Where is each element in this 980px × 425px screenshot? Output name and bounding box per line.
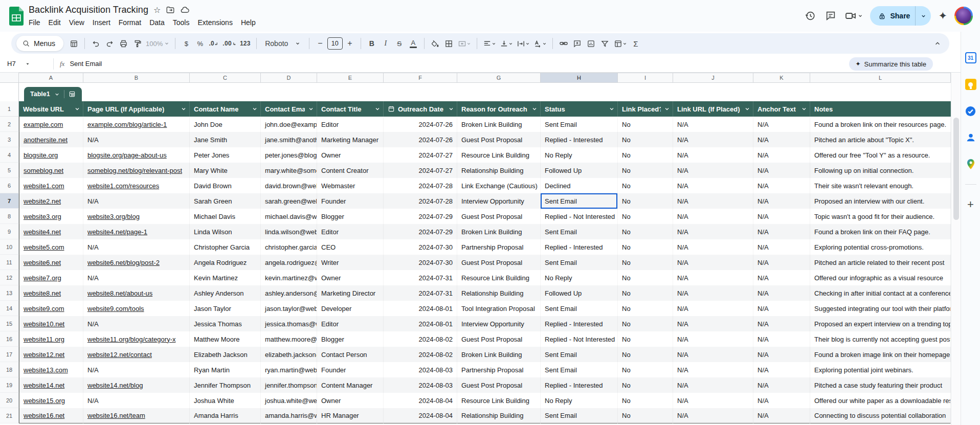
cell-C8[interactable]: Michael Davis (190, 209, 261, 224)
row-number-17[interactable]: 17 (0, 347, 19, 362)
table-column-anchor-text[interactable]: Anchor Text (753, 101, 810, 117)
cell-E13[interactable]: Marketing Director (317, 285, 384, 301)
cell-L21[interactable]: Connecting to discuss potential collabor… (810, 408, 951, 423)
increase-font-size-button[interactable]: + (343, 36, 357, 51)
cell-C19[interactable]: Jennifer Thompson (190, 377, 261, 393)
cell-H13[interactable]: Followed Up (541, 285, 618, 301)
cell-L17[interactable]: Found a broken image link on their homep… (810, 347, 951, 362)
cell-C4[interactable]: Peter Jones (190, 147, 261, 163)
cell-E7[interactable]: Founder (317, 193, 384, 209)
cell-K6[interactable]: N/A (753, 178, 810, 193)
cell-F4[interactable]: 2024-07-27 (384, 147, 457, 163)
cell-I16[interactable]: No (618, 331, 673, 347)
insert-comment-button[interactable] (571, 36, 584, 51)
cell-C3[interactable]: Jane Smith (190, 132, 261, 147)
number-format-button[interactable]: 123 (238, 36, 252, 51)
cell-link[interactable]: website7.org (24, 274, 61, 282)
cell-link[interactable]: website5.com (24, 243, 64, 251)
cell-L15[interactable]: Proposed an expert interview on a trendi… (810, 316, 951, 331)
table-chip-dropdown-icon[interactable] (54, 92, 60, 97)
cell-L7[interactable]: Proposed an interview with our client. (810, 193, 951, 209)
row-number-13[interactable]: 13 (0, 285, 19, 301)
cell-link[interactable]: website11.org/blog/category-x (87, 335, 175, 343)
cell-link[interactable]: website13.com (24, 366, 68, 374)
functions-button[interactable]: Σ (629, 36, 642, 51)
cell-K9[interactable]: N/A (753, 224, 810, 239)
cell-F13[interactable]: 2024-07-31 (384, 285, 457, 301)
cell-B18[interactable]: N/A (83, 362, 190, 377)
cell-D5[interactable]: mary.white@someblog.net (261, 163, 317, 178)
cell-D2[interactable]: john.doe@example.com (261, 117, 317, 132)
cell-F8[interactable]: 2024-07-29 (384, 209, 457, 224)
cell-D10[interactable]: christopher.garcia@website5.com (261, 239, 317, 255)
create-filter-button[interactable] (598, 36, 612, 51)
menu-edit[interactable]: Edit (44, 17, 65, 28)
cell-A16[interactable]: website11.org (19, 331, 83, 347)
row-number-1[interactable]: 1 (0, 101, 19, 117)
cell-C11[interactable]: Angela Rodriguez (190, 255, 261, 270)
cell-J21[interactable]: N/A (673, 408, 753, 423)
cell-link[interactable]: website16.net/team (87, 412, 145, 419)
cell-F20[interactable]: 2024-08-04 (384, 393, 457, 408)
fill-color-button[interactable] (429, 36, 442, 51)
cell-link[interactable]: website14.net (24, 382, 64, 389)
column-header-E[interactable]: E (317, 73, 384, 83)
cell-H8[interactable]: Replied - Not Interested (541, 209, 618, 224)
zoom-select[interactable]: 100% (144, 36, 171, 51)
cell-A19[interactable]: website14.net (19, 377, 83, 393)
column-header-I[interactable]: I (618, 73, 673, 83)
cell-link[interactable]: blogsite.org/page-about-us (87, 151, 167, 159)
cell-G11[interactable]: Guest Post Proposal (457, 255, 541, 270)
table-column-outreach-date[interactable]: Outreach Date (384, 101, 457, 117)
cell-J11[interactable]: N/A (673, 255, 753, 270)
share-dropdown[interactable] (916, 13, 931, 19)
cell-K7[interactable]: N/A (753, 193, 810, 209)
row-number-18[interactable]: 18 (0, 362, 19, 377)
cell-K18[interactable]: N/A (753, 362, 810, 377)
cell-K17[interactable]: N/A (753, 347, 810, 362)
cell-C14[interactable]: Jason Taylor (190, 301, 261, 316)
vertical-align-button[interactable] (498, 36, 515, 51)
cell-I21[interactable]: No (618, 408, 673, 423)
font-size-input[interactable]: 10 (327, 37, 343, 50)
cell-F15[interactable]: 2024-08-01 (384, 316, 457, 331)
table-column-notes[interactable]: Notes (810, 101, 951, 117)
cell-link[interactable]: website12.net/contact (87, 351, 152, 359)
cell-E19[interactable]: Content Manager (317, 377, 384, 393)
column-header-K[interactable]: K (753, 73, 810, 83)
cell-H12[interactable]: No Reply (541, 270, 618, 285)
cell-B13[interactable]: website8.net/about-us (83, 285, 190, 301)
cell-link[interactable]: website15.org (24, 397, 65, 405)
summarize-table-button[interactable]: ✦ Summarize this table (849, 57, 933, 71)
cell-F18[interactable]: 2024-08-03 (384, 362, 457, 377)
cell-D20[interactable]: joshua.white@website15.org (261, 393, 317, 408)
row-number-11[interactable]: 11 (0, 255, 19, 270)
cell-link[interactable]: website16.net (24, 412, 64, 419)
move-to-folder-icon[interactable] (166, 5, 175, 14)
cell-J19[interactable]: N/A (673, 377, 753, 393)
cell-A8[interactable]: website3.org (19, 209, 83, 224)
cell-G7[interactable]: Interview Opportunity (457, 193, 541, 209)
column-header-A[interactable]: A (19, 73, 83, 83)
cell-E18[interactable]: Founder (317, 362, 384, 377)
cell-H11[interactable]: Sent Email (541, 255, 618, 270)
cell-C9[interactable]: Linda Wilson (190, 224, 261, 239)
cell-B14[interactable]: website9.com/tools (83, 301, 190, 316)
cell-A15[interactable]: website10.net (19, 316, 83, 331)
cell-E14[interactable]: Developer (317, 301, 384, 316)
row-number-16[interactable]: 16 (0, 331, 19, 347)
cell-E3[interactable]: Marketing Manager (317, 132, 384, 147)
cell-K11[interactable]: N/A (753, 255, 810, 270)
cell-A2[interactable]: example.com (19, 117, 83, 132)
cell-B17[interactable]: website12.net/contact (83, 347, 190, 362)
print-button[interactable] (117, 36, 130, 51)
cell-F5[interactable]: 2024-07-27 (384, 163, 457, 178)
cell-C5[interactable]: Mary White (190, 163, 261, 178)
cell-J6[interactable]: N/A (673, 178, 753, 193)
cell-I9[interactable]: No (618, 224, 673, 239)
table-column-contact-name[interactable]: Contact Name (190, 101, 261, 117)
cell-K16[interactable]: N/A (753, 331, 810, 347)
cell-E2[interactable]: Editor (317, 117, 384, 132)
cell-G9[interactable]: Broken Link Building (457, 224, 541, 239)
cell-L4[interactable]: Offered our free "Tool Y" as a resource. (810, 147, 951, 163)
